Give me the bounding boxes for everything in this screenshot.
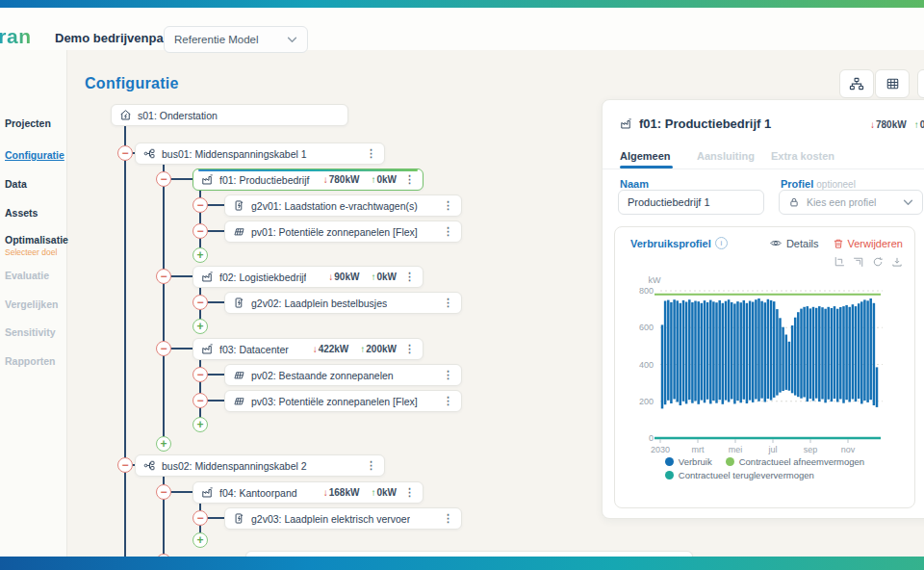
tree-node-pv02[interactable]: pv02: Bestaande zonnepanelen⋮ [224,364,462,386]
add-node-button[interactable]: + [192,319,208,334]
sidebar-item-configuratie[interactable]: Configuratie [5,149,64,161]
model-select[interactable]: Referentie Model [164,26,308,53]
substation-icon [119,109,132,121]
tree-node-label: pv01: Potentiële zonnepanelen [Flex] [251,226,418,238]
tree-connector [200,230,224,232]
zoom-select-icon[interactable] [834,256,845,268]
tree-node-label: g2v03: Laadplein elektrisch vervoer [251,513,410,525]
kebab-menu[interactable]: ⋮ [366,147,376,160]
tree-node-g2v01[interactable]: g2v01: Laadstation e-vrachtwagen(s)⋮ [224,194,462,217]
collapse-button[interactable]: − [192,510,208,526]
production-badge: ↑0kW [371,487,397,498]
brand-logo: iran [0,25,32,48]
kebab-menu[interactable]: ⋮ [443,297,453,309]
detail-panel-title: f01: Productiebedrijf 1 [620,117,771,131]
legend-dot [665,471,674,479]
tab-aansluiting[interactable]: Aansluiting [697,150,755,162]
profiel-label: Profiel optioneel [781,178,856,190]
table-view-button[interactable] [875,69,910,98]
collapse-button[interactable]: − [117,145,133,161]
tab-extra-kosten[interactable]: Extra kosten [771,150,834,162]
tree-connector [199,190,201,255]
legend-label: Contractueel afneemvermogen [739,456,864,467]
collapse-button[interactable]: − [156,171,171,187]
kebab-menu[interactable]: ⋮ [443,369,453,381]
tab-algemeen[interactable]: Algemeen [620,150,671,162]
tree-node-pv01[interactable]: pv01: Potentiële zonnepanelen [Flex]⋮ [224,220,462,243]
collapse-button[interactable]: − [156,341,171,356]
kebab-menu[interactable]: ⋮ [443,199,453,212]
sidebar-item-sensitivity[interactable]: Sensitivity [5,326,56,338]
kebab-menu[interactable]: ⋮ [366,459,376,472]
tree-node-g2v02[interactable]: g2v02: Laadplein bestelbusjes⋮ [224,292,462,314]
collapse-button[interactable]: − [192,197,208,213]
selected-gradient [198,169,418,171]
details-button[interactable]: Details [769,237,819,249]
collapse-button[interactable]: − [192,295,208,310]
tree-node-f03[interactable]: f03: Datacenter↓422kW↑200kW⋮ [192,338,424,360]
chart-title: Verbruiksprofiel i [630,237,728,249]
collapse-button[interactable]: − [156,484,171,500]
profiel-select[interactable]: Kies een profiel [779,190,923,215]
tree-node-bus01[interactable]: bus01: Middenspanningskabel 1⋮ [135,142,385,165]
tree-view-button[interactable] [839,69,874,98]
detail-panel-badges: ↓780kW ↑0kW [870,119,924,130]
kebab-menu[interactable]: ⋮ [404,173,415,186]
production-badge: ↑200kW [360,344,397,354]
zoom-box-icon[interactable] [853,256,864,268]
tree-connector [200,517,224,519]
sidebar-item-projecten[interactable]: Projecten [5,117,51,129]
arrow-up-icon: ↑ [371,272,375,282]
tab-divider [603,168,924,169]
download-icon[interactable] [891,256,903,268]
kebab-menu[interactable]: ⋮ [404,486,415,499]
sidebar-item-label: Evaluatie [5,270,49,281]
arrow-down-icon: ↓ [313,344,318,354]
sidebar-item-vergelijken[interactable]: Vergelijken [5,298,58,310]
tree-node-s01[interactable]: s01: Onderstation [111,104,348,126]
collapse-button[interactable]: − [192,393,208,408]
add-node-button[interactable]: + [192,417,208,432]
sidebar-item-optimalisatie[interactable]: OptimalisatieSelecteer doel [5,234,68,257]
add-node-button[interactable]: + [156,436,171,452]
svg-text:800: 800 [639,286,654,296]
sidebar-item-label: Vergelijken [5,298,58,310]
factory-icon [620,117,632,130]
arrow-up-icon: ↑ [914,119,919,130]
factory-icon [201,343,214,355]
info-icon: i [715,237,728,249]
collapse-button[interactable]: − [117,457,133,473]
delete-button[interactable]: Verwijderen [833,238,903,249]
tree-node-bus02[interactable]: bus02: Middenspanningskabel 2⋮ [135,454,385,477]
collapse-button[interactable]: − [156,269,171,284]
tree-node-f01[interactable]: f01: Productiebedrijf 1↓780kW↑0kW⋮ [192,168,424,191]
svg-text:nov: nov [841,445,856,454]
tree-node-f02[interactable]: f02: Logistiekbedrijf↓90kW↑0kW⋮ [192,266,424,288]
tree-node-g2v03[interactable]: g2v03: Laadplein elektrisch vervoer⋮ [224,507,462,530]
kebab-menu[interactable]: ⋮ [443,395,453,407]
collapse-button[interactable]: − [192,367,208,382]
sidebar-item-assets[interactable]: Assets [5,207,38,219]
tree-connector [164,348,192,350]
kebab-menu[interactable]: ⋮ [404,343,415,355]
sidebar-item-data[interactable]: Data [5,178,27,190]
solar-icon [233,369,245,381]
naam-input[interactable]: Productiebedrijf 1 [618,190,764,215]
collapse-button[interactable]: − [192,223,208,239]
tree-node-pv03[interactable]: pv03: Potentiële zonnepanelen [Flex]⋮ [224,390,462,412]
tree-node-label: pv03: Potentiële zonnepanelen [Flex] [251,396,418,407]
sidebar-item-rapporten[interactable]: Rapporten [5,355,56,367]
legend-item: Contractueel terugleververmogen [665,470,814,480]
arrow-down-icon: ↓ [870,119,875,130]
kebab-menu[interactable]: ⋮ [404,271,415,283]
more-view-button[interactable] [917,69,924,98]
tree-node-label: s01: Onderstation [138,110,218,121]
legend-item: Verbruik [665,456,712,467]
reset-zoom-icon[interactable] [872,256,884,268]
add-node-button[interactable]: + [192,532,208,548]
tree-node-f04[interactable]: f04: Kantoorpand↓168kW↑0kW⋮ [192,481,424,504]
kebab-menu[interactable]: ⋮ [443,512,453,525]
kebab-menu[interactable]: ⋮ [443,225,453,238]
add-node-button[interactable]: + [192,247,208,263]
sidebar-item-evaluatie[interactable]: Evaluatie [5,270,49,281]
